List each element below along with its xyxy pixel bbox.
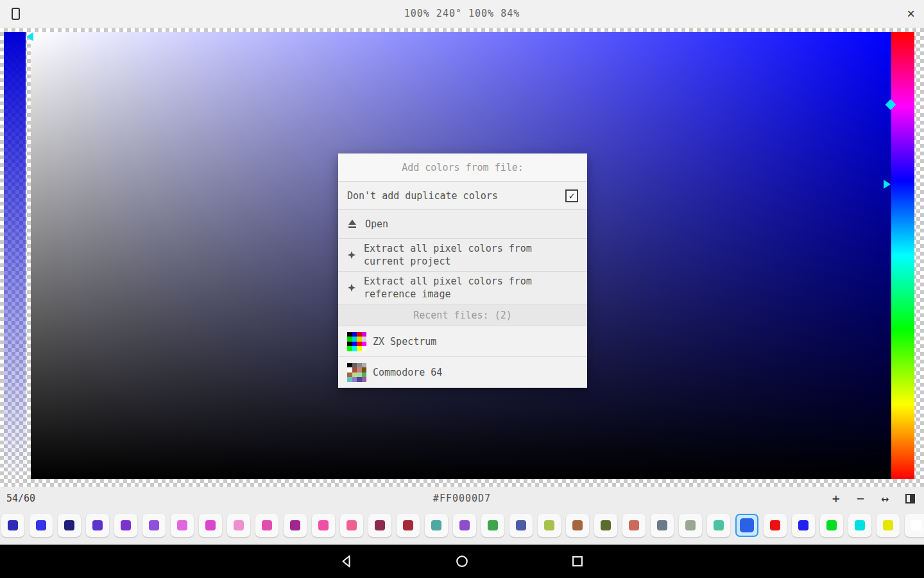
- palette-swatch[interactable]: [284, 514, 307, 537]
- dialog-title: Add colors from file:: [338, 153, 587, 182]
- palette-swatch[interactable]: [792, 514, 815, 537]
- palette-swatch[interactable]: [848, 514, 871, 537]
- android-nav-bar: [0, 545, 924, 578]
- recent-file-commodore-64[interactable]: Commodore 64: [338, 357, 587, 388]
- palette-swatch[interactable]: [114, 514, 137, 537]
- open-file-button[interactable]: Open: [338, 210, 587, 239]
- alpha-slider[interactable]: [4, 32, 26, 479]
- recent-files-header: Recent files: (2): [338, 304, 587, 326]
- extract-project-colors-button[interactable]: Extract all pixel colors from current pr…: [338, 239, 587, 272]
- palette-swatch[interactable]: [58, 514, 81, 537]
- hsv-readout: 100% 240° 100% 84%: [0, 8, 924, 19]
- commodore-64-palette-thumbnail: [347, 363, 366, 382]
- back-icon[interactable]: [339, 554, 354, 568]
- palette-swatch[interactable]: [425, 514, 448, 537]
- palette-panel: 54/60 #FF0000D7 + − ↔: [0, 487, 924, 545]
- close-icon[interactable]: ×: [907, 6, 915, 21]
- palette-swatch[interactable]: [820, 514, 843, 537]
- extract-icon: [347, 250, 356, 259]
- palette-swatch[interactable]: [30, 514, 53, 537]
- home-icon[interactable]: [455, 554, 469, 568]
- palette-swatch[interactable]: [199, 514, 222, 537]
- palette-swatch[interactable]: [453, 514, 476, 537]
- hue-slider[interactable]: [891, 32, 914, 479]
- recent-file-label: ZX Spectrum: [373, 336, 436, 347]
- app-screen: 100% 240° 100% 84% × Add colors from fil…: [0, 0, 924, 578]
- extract-reference-colors-label: Extract all pixel colors from reference …: [364, 275, 556, 301]
- palette-swatch[interactable]: [340, 514, 363, 537]
- palette-swatch[interactable]: [397, 514, 420, 537]
- palette-swatch[interactable]: [538, 514, 561, 537]
- extract-project-colors-label: Extract all pixel colors from current pr…: [364, 242, 556, 268]
- eject-icon: [347, 219, 357, 229]
- extract-reference-colors-button[interactable]: Extract all pixel colors from reference …: [338, 272, 587, 304]
- palette-swatch[interactable]: [227, 514, 250, 537]
- palette-swatch-row: [1, 514, 924, 537]
- palette-swatch[interactable]: [312, 514, 335, 537]
- add-color-button[interactable]: +: [832, 490, 840, 507]
- palette-swatch[interactable]: [481, 514, 504, 537]
- palette-swatch[interactable]: [651, 514, 674, 537]
- remove-color-button[interactable]: −: [857, 490, 864, 507]
- dont-add-duplicates-row[interactable]: Don't add duplicate colors ✓: [338, 182, 587, 210]
- palette-swatch[interactable]: [905, 514, 924, 537]
- move-color-button[interactable]: ↔: [881, 490, 889, 507]
- open-file-label: Open: [365, 218, 388, 230]
- palette-swatch[interactable]: [735, 514, 758, 537]
- palette-swatch[interactable]: [509, 514, 533, 537]
- palette-tools: + − ↔: [832, 490, 915, 507]
- recent-file-label: Commodore 64: [373, 367, 442, 378]
- palette-swatch[interactable]: [566, 514, 589, 537]
- palette-options-icon[interactable]: [905, 494, 915, 504]
- top-bar: 100% 240° 100% 84% ×: [0, 0, 924, 28]
- palette-swatch[interactable]: [171, 514, 194, 537]
- palette-swatch[interactable]: [142, 514, 166, 537]
- palette-swatch[interactable]: [764, 514, 787, 537]
- palette-swatch[interactable]: [86, 514, 109, 537]
- hue-marker-icon[interactable]: [884, 180, 891, 189]
- palette-swatch[interactable]: [368, 514, 391, 537]
- hex-row: 54/60 #FF0000D7 + − ↔: [0, 487, 924, 511]
- palette-swatch[interactable]: [877, 514, 900, 537]
- add-colors-dialog: Add colors from file: Don't add duplicat…: [338, 153, 587, 388]
- zx-spectrum-palette-thumbnail: [347, 332, 366, 351]
- palette-swatch[interactable]: [622, 514, 646, 537]
- palette-swatch[interactable]: [1, 514, 24, 537]
- palette-swatch[interactable]: [594, 514, 617, 537]
- recents-icon[interactable]: [570, 554, 585, 568]
- extract-icon: [347, 283, 356, 292]
- palette-swatch[interactable]: [679, 514, 702, 537]
- palette-swatch[interactable]: [255, 514, 278, 537]
- hex-color-value[interactable]: #FF0000D7: [0, 493, 924, 504]
- recent-file-zx-spectrum[interactable]: ZX Spectrum: [338, 326, 587, 357]
- alpha-marker-icon[interactable]: [26, 32, 33, 41]
- palette-swatch[interactable]: [707, 514, 730, 537]
- dont-add-duplicates-label: Don't add duplicate colors: [347, 189, 498, 202]
- dont-add-duplicates-checkbox[interactable]: ✓: [565, 189, 578, 202]
